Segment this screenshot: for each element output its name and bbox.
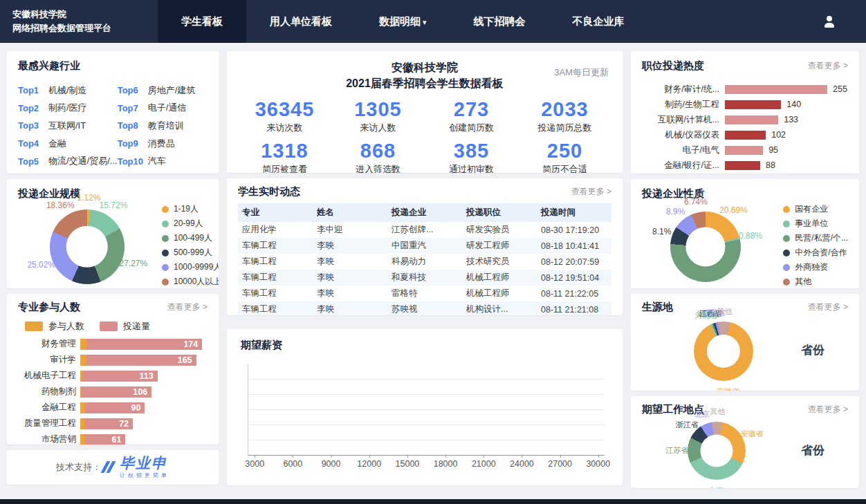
x-axis-tick-label: 9000 <box>322 459 341 469</box>
job-heat-row: 金融/银行/证...88 <box>642 158 848 173</box>
major-bar-row: 财务管理174 <box>18 336 208 352</box>
interest-label: 金融 <box>48 138 66 150</box>
donut-slice-label: 6.74% <box>684 197 708 207</box>
donut-slice-label: 安徽省 <box>717 386 739 391</box>
workplace-more-link[interactable]: 查看更多 > <box>808 404 848 416</box>
job-heat-bar <box>725 161 760 170</box>
donut-slice-label: 8.9% <box>666 207 685 216</box>
volume-bar-segment: 165 <box>86 355 196 366</box>
x-axis-tick-mark <box>522 455 522 458</box>
job-heat-bar <box>725 100 781 109</box>
interest-item: Top9消费品 <box>118 135 208 153</box>
interest-item: Top3互联网/IT <box>18 117 118 135</box>
activity-table: 专业姓名投递企业投递职位投递时间 应用化学李中迎江苏创牌...研发实验员08-3… <box>238 203 611 315</box>
origin-more-link[interactable]: 查看更多 > <box>808 301 848 313</box>
table-cell: 技术研究员 <box>462 254 537 270</box>
stat-value: 2033 <box>518 98 611 121</box>
stat-item: 1305来访人数 <box>331 98 425 134</box>
legend-label: 参与人数 <box>48 320 84 333</box>
table-row: 车辆工程李映中国重汽研发工程师08-18 10:41:41 <box>238 238 611 254</box>
legend-label: 1-19人 <box>174 203 199 215</box>
table-header-cell: 姓名 <box>313 203 387 222</box>
interest-label: 互联网/IT <box>48 120 86 132</box>
table-cell: 车辆工程 <box>238 286 313 301</box>
nav-tab-4[interactable]: 线下招聘会 <box>450 0 549 43</box>
biyeshen-logo-tagline: 让校招更简单 <box>120 472 169 479</box>
interest-label: 房地产/建筑 <box>148 84 196 97</box>
legend-item: 事业单位 <box>783 218 848 230</box>
interest-item: Top4金融 <box>18 135 118 153</box>
stats-grid: 36345来访次数1305来访人数273创建简历数2033投递简历总数1318简… <box>238 98 611 173</box>
legend-item: 民营/私营/个... <box>783 232 848 244</box>
nav-tab-1[interactable]: 学生看板 <box>158 0 246 43</box>
dashboard-body: 最感兴趣行业 Top1机械/制造Top2制药/医疗Top3互联网/ITTop4金… <box>0 43 866 494</box>
nav-tab-2[interactable]: 用人单位看板 <box>246 0 356 43</box>
company-scale-donut: 1.12%15.72%27.27%12.51%25.02%18.36% <box>18 202 162 288</box>
major-stacked-bar: 113 <box>80 371 158 382</box>
table-cell: 08-30 17:19:20 <box>537 222 611 238</box>
biyeshen-logo-text: 毕业申 <box>120 456 169 470</box>
salary-histogram-bars <box>248 364 605 455</box>
table-row: 车辆工程李映科易动力技术研究员08-12 20:07:59 <box>238 254 611 270</box>
company-nature-donut: 20.69%0.88%54.69%8.1%8.9%6.74% <box>642 202 779 288</box>
donut-slice-label: 安徽省 <box>741 429 764 439</box>
donut-slice-label: 18.36% <box>46 200 75 210</box>
donut-slice-label: 8.1% <box>652 227 671 236</box>
participants-bar-segment <box>80 402 85 413</box>
table-header-row: 专业姓名投递企业投递职位投递时间 <box>238 203 611 222</box>
job-heat-label: 互联网/计算机... <box>642 114 719 126</box>
legend-item: 500-999人 <box>162 247 219 259</box>
interest-label: 教育培训 <box>148 120 184 132</box>
interest-label: 汽车 <box>148 155 166 167</box>
major-stacked-bar: 90 <box>80 402 145 413</box>
donut-chart <box>688 422 746 480</box>
interest-item: Top10汽车 <box>118 152 208 170</box>
stat-value: 1318 <box>238 140 331 162</box>
job-heat-label: 机械/仪器仪表 <box>642 129 719 141</box>
legend-label: 民营/私营/个... <box>795 232 848 244</box>
activity-table-header: 专业姓名投递企业投递职位投递时间 <box>238 203 611 222</box>
interest-rank: Top1 <box>18 85 48 95</box>
stat-item: 2033投递简历总数 <box>518 98 611 134</box>
interest-item: Top5物流/交通/贸易/... <box>18 152 118 170</box>
major-bar-row: 市场营销61 <box>18 431 208 445</box>
major-bar-row: 机械电子工程113 <box>18 368 208 384</box>
legend-item: 1000-9999人 <box>162 261 219 273</box>
legend-label: 500-999人 <box>174 247 212 259</box>
donut-chart <box>50 209 125 284</box>
interest-label: 物流/交通/贸易/... <box>48 155 118 167</box>
stat-value: 385 <box>425 140 518 162</box>
nav-tab-3[interactable]: 数据明细 ▾ <box>356 0 450 43</box>
major-stacked-bar: 165 <box>80 355 196 366</box>
activity-table-body: 应用化学李中迎江苏创牌...研发实验员08-30 17:19:20车辆工程李映中… <box>238 222 611 315</box>
stat-label: 来访次数 <box>238 122 331 134</box>
stat-value: 1305 <box>331 98 425 121</box>
nav-tab-5[interactable]: 不良企业库 <box>549 0 648 43</box>
major-label: 质量管理工程 <box>18 418 80 429</box>
user-icon[interactable] <box>823 16 836 28</box>
major-label: 机械电子工程 <box>18 370 80 382</box>
origin-donut: 安徽省河北省湖南省江西省江苏省其他 <box>642 314 787 386</box>
job-heat-more-link[interactable]: 查看更多 > <box>808 60 848 72</box>
volume-bar-segment: 61 <box>85 434 126 445</box>
volume-bar-segment: 174 <box>86 339 203 350</box>
legend-dot <box>162 250 169 256</box>
activity-more-link[interactable]: 查看更多 > <box>571 186 611 198</box>
majors-more-link[interactable]: 查看更多 > <box>167 301 208 313</box>
table-cell: 08-12 20:07:59 <box>537 254 611 270</box>
nav-tabs: 学生看板用人单位看板数据明细 ▾线下招聘会不良企业库 <box>158 0 648 43</box>
legend-label: 投递量 <box>123 320 150 333</box>
activity-title: 学生实时动态 <box>238 185 300 198</box>
table-cell: 车辆工程 <box>238 238 313 254</box>
table-cell: 雷格特 <box>387 286 462 301</box>
donut-chart <box>694 321 753 381</box>
brand-line2: 网络招聘会数据管理平台 <box>12 21 158 35</box>
table-cell: 李映 <box>313 301 387 315</box>
brand-line1: 安徽科技学院 <box>12 8 158 21</box>
biyeshen-logo[interactable]: 毕业申 让校招更简单 <box>101 456 169 479</box>
donut-chart <box>670 212 741 282</box>
job-heat-bar <box>725 131 766 140</box>
chevron-right-icon: > <box>607 187 611 196</box>
interest-rank: Top9 <box>118 138 148 149</box>
company-scale-legend: 1-19人20-99人100-499人500-999人1000-9999人100… <box>162 200 219 288</box>
